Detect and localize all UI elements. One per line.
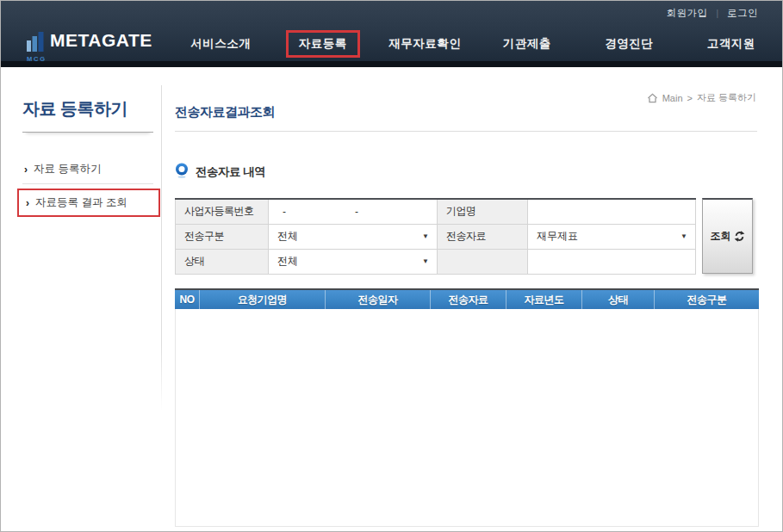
nav-item-financial-data-check[interactable]: 재무자료확인 (374, 36, 476, 52)
home-icon[interactable] (647, 93, 658, 103)
search-form: 사업자등록번호 - - 기업명 전송구분 전체 ▼ 전송자료 (175, 198, 696, 275)
breadcrumb-home[interactable]: Main (662, 93, 683, 103)
biz-no-value: - - (269, 206, 437, 218)
breadcrumb-separator: > (687, 93, 693, 103)
column-header-requesting-company: 요청기업명 (199, 290, 325, 309)
utility-bar: 회원가입 | 로그인 (666, 7, 758, 20)
nav-item-management-diagnosis[interactable]: 경영진단 (578, 36, 680, 52)
send-type-value: 전체 (277, 229, 298, 244)
utility-divider: | (716, 9, 718, 18)
nav-highlight-box: 자료등록 (286, 30, 360, 58)
section-title: 전송자료 내역 (196, 164, 265, 180)
column-header-status: 상태 (581, 290, 654, 309)
send-type-select[interactable]: 전체 ▼ (269, 225, 437, 249)
nav-item-services[interactable]: 서비스소개 (170, 36, 272, 52)
nav-item-label: 기관제출 (503, 37, 551, 50)
chevron-right-icon: › (24, 164, 28, 175)
empty-label-cell (438, 249, 528, 274)
nav-item-label: 경영진단 (605, 37, 653, 50)
sidebar: 자료 등록하기 › 자료 등록하기 › 자료등록 결과 조회 (22, 97, 153, 217)
refresh-icon (734, 231, 745, 242)
chevron-down-icon: ▼ (422, 257, 429, 265)
results-table-body-empty (175, 309, 759, 527)
nav-bottom-strip (1, 61, 782, 67)
section-header: 전송자료 내역 (175, 163, 265, 182)
sidebar-item-label: 자료등록 결과 조회 (35, 195, 127, 210)
column-header-send-date: 전송일자 (325, 290, 430, 309)
nav-item-customer-support[interactable]: 고객지원 (680, 36, 783, 52)
status-value: 전체 (277, 254, 298, 269)
metagate-logo[interactable]: METAGATE (27, 29, 152, 55)
sidebar-item-registration-result[interactable]: › 자료등록 결과 조회 (17, 189, 160, 217)
chevron-down-icon: ▼ (422, 232, 429, 240)
empty-value-cell (528, 249, 696, 274)
sidebar-item-label: 자료 등록하기 (34, 162, 101, 176)
chevron-right-icon: › (26, 198, 29, 208)
status-label: 상태 (176, 249, 269, 274)
sidebar-content-divider (161, 85, 162, 411)
bullet-circle-icon (175, 163, 189, 182)
send-type-label: 전송구분 (176, 224, 269, 249)
search-button[interactable]: 조회 (702, 198, 753, 274)
metagate-page: 회원가입 | 로그인 METAGATE MCG 서비스소개 자료등록 (0, 0, 783, 532)
sidebar-item-register-data[interactable]: › 자료 등록하기 (22, 155, 153, 184)
status-select[interactable]: 전체 ▼ (269, 250, 437, 274)
nav-item-label: 서비스소개 (190, 37, 251, 50)
signup-link[interactable]: 회원가입 (666, 7, 707, 20)
nav-item-label: 재무자료확인 (388, 37, 461, 50)
send-data-label: 전송자료 (438, 224, 528, 249)
breadcrumb-current: 자료 등록하기 (697, 91, 756, 104)
chevron-down-icon: ▼ (680, 232, 687, 240)
company-name-input[interactable] (528, 199, 696, 224)
biz-no-input[interactable]: - - (269, 199, 438, 224)
page-title: 전송자료결과조회 (175, 104, 275, 121)
sidebar-menu: › 자료 등록하기 › 자료등록 결과 조회 (22, 155, 153, 217)
nav-item-institution-submission[interactable]: 기관제출 (476, 36, 579, 52)
send-data-value: 재무제표 (537, 229, 578, 244)
column-header-send-type: 전송구분 (654, 290, 759, 309)
logo-bars-icon (27, 29, 44, 55)
sidebar-title: 자료 등록하기 (22, 97, 153, 133)
main-nav: 서비스소개 자료등록 재무자료확인 기관제출 경영진단 고객지원 (170, 27, 782, 61)
column-header-no: NO (175, 290, 199, 309)
title-rule (175, 131, 757, 132)
results-table-header: NO 요청기업명 전송일자 전송자료 자료년도 상태 전송구분 (175, 288, 759, 309)
breadcrumb: Main > 자료 등록하기 (647, 91, 756, 104)
login-link[interactable]: 로그인 (727, 7, 758, 20)
company-name-label: 기업명 (438, 199, 528, 224)
column-header-data-year: 자료년도 (506, 290, 581, 309)
search-button-label: 조회 (711, 229, 731, 244)
nav-item-label: 자료등록 (299, 37, 347, 50)
send-data-select[interactable]: 재무제표 ▼ (528, 225, 695, 249)
site-header: 회원가입 | 로그인 METAGATE MCG 서비스소개 자료등록 (1, 1, 782, 67)
biz-no-label: 사업자등록번호 (176, 199, 269, 224)
nav-item-data-registration[interactable]: 자료등록 (272, 30, 375, 58)
column-header-send-data: 전송자료 (430, 290, 506, 309)
nav-item-label: 고객지원 (707, 37, 755, 50)
logo-wordmark: METAGATE (50, 29, 152, 52)
